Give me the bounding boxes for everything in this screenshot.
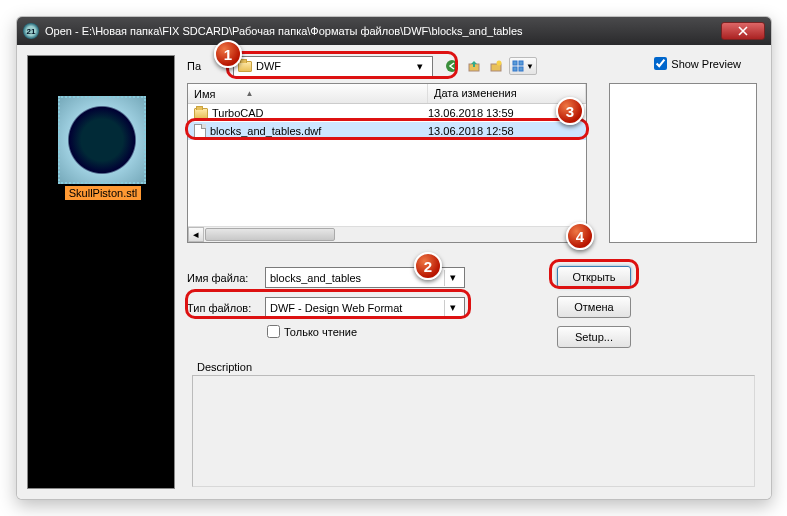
filetype-value: DWF - Design Web Format [270, 302, 402, 314]
cancel-button[interactable]: Отмена [557, 296, 631, 318]
file-icon [194, 124, 206, 138]
file-list-header[interactable]: Имя▲ Дата изменения [188, 84, 586, 104]
setup-button[interactable]: Setup... [557, 326, 631, 348]
annotation-marker-4: 4 [566, 222, 594, 250]
history-panel: SkullPiston.stl [27, 55, 175, 489]
folder-icon [238, 61, 252, 72]
chevron-down-icon[interactable]: ▾ [444, 300, 460, 316]
show-preview-input[interactable] [654, 57, 667, 70]
readonly-checkbox[interactable]: Только чтение [267, 325, 357, 338]
look-in-dropdown[interactable]: DWF ▾ [233, 56, 433, 77]
open-button[interactable]: Открыть [557, 266, 631, 288]
annotation-marker-1: 1 [214, 40, 242, 68]
annotation-marker-3: 3 [556, 97, 584, 125]
file-row-selected[interactable]: blocks_and_tables.dwf 13.06.2018 12:58 [188, 122, 586, 140]
chevron-down-icon[interactable]: ▾ [444, 270, 460, 286]
svg-rect-4 [513, 61, 517, 65]
filetype-label: Тип файлов: [187, 302, 257, 314]
thumbnail-label: SkullPiston.stl [65, 186, 141, 200]
new-folder-icon[interactable] [487, 57, 505, 75]
thumbnail-image [58, 96, 146, 184]
scroll-left-icon[interactable]: ◂ [188, 227, 204, 242]
titlebar[interactable]: 21 Open - E:\Новая папка\FIX SDCARD\Рабо… [17, 17, 771, 45]
file-date: 13.06.2018 13:59 [428, 107, 514, 119]
svg-rect-7 [519, 67, 523, 71]
description-box [192, 375, 755, 487]
history-thumbnail[interactable]: SkullPiston.stl [58, 96, 148, 200]
preview-pane [609, 83, 757, 243]
svg-rect-5 [519, 61, 523, 65]
filename-value: blocks_and_tables [270, 272, 361, 284]
svg-point-0 [446, 60, 458, 72]
look-in-value: DWF [256, 60, 281, 72]
file-name: blocks_and_tables.dwf [210, 125, 321, 137]
dialog-window: 21 Open - E:\Новая папка\FIX SDCARD\Рабо… [16, 16, 772, 500]
svg-point-3 [497, 61, 502, 66]
chevron-down-icon: ▾ [412, 58, 428, 74]
readonly-label: Только чтение [284, 326, 357, 338]
show-preview-checkbox[interactable]: Show Preview [654, 57, 741, 70]
readonly-input[interactable] [267, 325, 280, 338]
file-name: TurboCAD [212, 107, 264, 119]
dialog-body: History ▾ SkullPiston.stl Па DWF ▾ ▼ [17, 45, 771, 499]
close-icon [738, 26, 748, 36]
filename-label: Имя файла: [187, 272, 257, 284]
filetype-dropdown[interactable]: DWF - Design Web Format ▾ [265, 297, 465, 318]
file-list[interactable]: Имя▲ Дата изменения TurboCAD 13.06.2018 … [187, 83, 587, 243]
svg-rect-6 [513, 67, 517, 71]
folder-icon [194, 108, 208, 119]
filetype-row: Тип файлов: DWF - Design Web Format ▾ [187, 297, 465, 318]
sort-asc-icon: ▲ [245, 89, 253, 98]
column-name[interactable]: Имя▲ [188, 84, 428, 103]
up-one-level-icon[interactable] [465, 57, 483, 75]
close-button[interactable] [721, 22, 765, 40]
annotation-marker-2: 2 [414, 252, 442, 280]
show-preview-label: Show Preview [671, 58, 741, 70]
window-title: Open - E:\Новая папка\FIX SDCARD\Рабочая… [45, 25, 721, 37]
nav-toolbar: ▼ [443, 57, 537, 75]
views-dropdown[interactable]: ▼ [509, 57, 537, 75]
scroll-thumb[interactable] [205, 228, 335, 241]
description-label: Description [197, 361, 252, 373]
file-date: 13.06.2018 12:58 [428, 125, 514, 137]
app-icon: 21 [23, 23, 39, 39]
file-row-folder[interactable]: TurboCAD 13.06.2018 13:59 [188, 104, 586, 122]
horizontal-scrollbar[interactable]: ◂ ▸ [188, 226, 586, 242]
back-icon[interactable] [443, 57, 461, 75]
